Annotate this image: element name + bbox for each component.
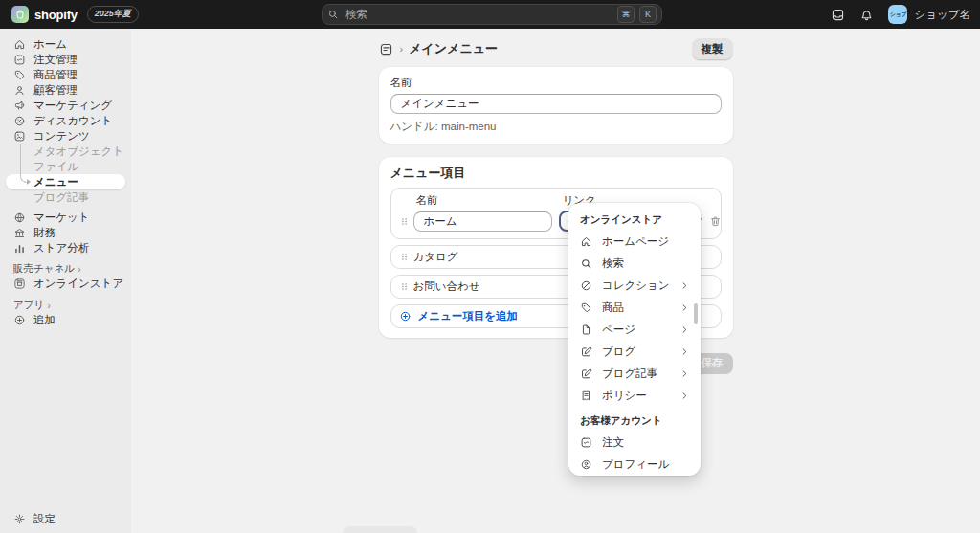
sidebar-item-label: オンラインストア (33, 277, 123, 291)
breadcrumb-menus-icon[interactable] (379, 42, 393, 56)
collections-icon (580, 279, 592, 292)
sidebar-item-customers[interactable]: 顧客管理 (6, 82, 125, 98)
k-key: K (639, 6, 657, 23)
products-tag-icon (580, 301, 592, 314)
topbar-right: ショプ ショップ名 (831, 0, 970, 29)
add-circle-icon (13, 314, 26, 326)
sales-channels-header[interactable]: 販売チャネル › (6, 262, 125, 276)
account-menu[interactable]: ショプ ショップ名 (888, 5, 970, 24)
dropdown-item-search[interactable]: 検索 (568, 253, 701, 275)
dropdown-item-orders[interactable]: 注文 (568, 432, 701, 454)
search-icon (327, 9, 339, 20)
sidebar-item-label: 商品管理 (33, 68, 78, 82)
settings-gear-icon (13, 513, 26, 525)
page-icon (580, 323, 592, 336)
menu-item-name: お問い合わせ (413, 279, 480, 294)
sidebar-item-label: 設定 (33, 512, 56, 526)
sidebar-item-markets[interactable]: マーケット (6, 210, 125, 225)
sidebar-subitem-metaobjects[interactable]: メタオブジェクト (6, 144, 125, 159)
chevron-right-icon (680, 369, 689, 378)
add-circle-icon (399, 310, 412, 322)
sidebar-item-finance[interactable]: 財務 (6, 225, 125, 240)
sidebar-item-label: 注文管理 (33, 53, 78, 67)
drag-handle-icon[interactable] (399, 252, 410, 262)
duplicate-button[interactable]: 複製 (692, 38, 733, 60)
sidebar-subitem-files[interactable]: ファイル (6, 159, 125, 174)
add-menu-item-label: メニュー項目を追加 (418, 309, 519, 323)
sidebar-item-label: マーケティング (33, 99, 112, 113)
avatar: ショプ (888, 5, 907, 24)
sidebar-item-online-store[interactable]: オンラインストア (6, 276, 125, 291)
orders-icon (580, 436, 592, 449)
global-search[interactable]: ⌘ K (322, 4, 662, 25)
sidebar-item-label: 財務 (33, 226, 56, 240)
sidebar-subitem-label: ブログ記事 (33, 190, 89, 205)
dropdown-scrollbar-thumb[interactable] (694, 303, 698, 324)
marketing-icon (13, 100, 26, 112)
dropdown-item-profile[interactable]: プロフィール (568, 454, 701, 476)
blog-post-icon (580, 367, 592, 380)
dropdown-item-homepage[interactable]: ホームページ (568, 231, 701, 253)
sidebar-item-label: マーケット (33, 211, 90, 225)
sidebar-item-label: 追加 (33, 313, 56, 327)
drag-handle-icon[interactable] (399, 216, 410, 227)
dropdown-item-products[interactable]: 商品 (568, 297, 701, 319)
version-badge: 2025年夏 (87, 6, 139, 23)
name-card: 名前 ハンドル: main-menu (379, 67, 733, 144)
sidebar-item-content[interactable]: コンテンツ (6, 128, 125, 144)
menu-name-input[interactable] (390, 94, 722, 114)
search-input[interactable] (344, 8, 612, 21)
topbar: shopify 2025年夏 ⌘ K ショプ ショップ名 (0, 0, 980, 29)
chevron-right-icon: › (47, 300, 51, 310)
apps-header[interactable]: アプリ › (6, 299, 125, 312)
chevron-right-icon (680, 347, 689, 356)
bell-icon[interactable] (859, 8, 874, 22)
logo-text: shopify (34, 8, 78, 22)
sidebar-item-marketing[interactable]: マーケティング (6, 98, 125, 113)
sidebar-subitem-label: メタオブジェクト (33, 144, 123, 159)
sidebar-item-analytics[interactable]: ストア分析 (6, 240, 125, 255)
sidebar-item-label: ディスカウント (33, 114, 112, 128)
inbox-icon[interactable] (831, 8, 845, 22)
sidebar-item-discounts[interactable]: ディスカウント (6, 113, 125, 128)
item-name-input[interactable] (413, 211, 552, 232)
page-title: メインメニュー (409, 40, 498, 57)
breadcrumb-separator: › (400, 43, 404, 55)
dropdown-item-blog-posts[interactable]: ブログ記事 (568, 363, 701, 385)
sidebar-subitem-menus[interactable]: メニュー (6, 174, 125, 189)
customers-icon (13, 84, 26, 97)
drag-handle-icon[interactable] (399, 281, 410, 292)
handle-text: ハンドル: main-menu (390, 120, 722, 134)
blog-icon (580, 345, 592, 358)
sidebar-item-label: 顧客管理 (33, 83, 78, 98)
sidebar-item-add-app[interactable]: 追加 (6, 312, 125, 327)
sidebar-item-orders[interactable]: 注文管理 (6, 52, 125, 67)
dropdown-section-header: オンラインストア (568, 209, 701, 231)
delete-trash-icon[interactable] (709, 215, 722, 228)
dropdown-item-pages[interactable]: ページ (568, 319, 701, 341)
menu-items-title: メニュー項目 (390, 165, 722, 182)
dropdown-item-policies[interactable]: ポリシー (568, 385, 701, 407)
chevron-right-icon (680, 303, 689, 312)
name-field-label: 名前 (390, 76, 722, 90)
dropdown-item-blogs[interactable]: ブログ (568, 341, 701, 363)
sidebar-subitem-blog-posts[interactable]: ブログ記事 (6, 189, 125, 205)
home-icon (580, 235, 592, 248)
sidebar-subitem-label: メニュー (33, 175, 78, 189)
shopify-logo[interactable]: shopify 2025年夏 (11, 0, 139, 29)
finance-icon (13, 227, 26, 239)
link-picker-dropdown: オンラインストア ホームページ 検索 コレクション 商品 ページ ブログ ブログ… (568, 203, 701, 476)
dropdown-item-collections[interactable]: コレクション (568, 275, 701, 297)
orders-icon (13, 54, 26, 66)
name-column-header: 名前 (412, 193, 555, 208)
online-store-icon (13, 278, 26, 290)
chevron-right-icon (680, 391, 689, 400)
shopify-bag-icon (11, 6, 29, 23)
sidebar-item-label: ホーム (33, 37, 67, 52)
sidebar-item-products[interactable]: 商品管理 (6, 67, 125, 82)
sidebar-item-settings[interactable]: 設定 (6, 511, 125, 526)
policy-icon (580, 389, 592, 402)
page-header: › メインメニュー 複製 (379, 39, 733, 58)
sidebar-item-label: ストア分析 (33, 241, 89, 255)
sidebar-item-home[interactable]: ホーム (6, 36, 125, 52)
